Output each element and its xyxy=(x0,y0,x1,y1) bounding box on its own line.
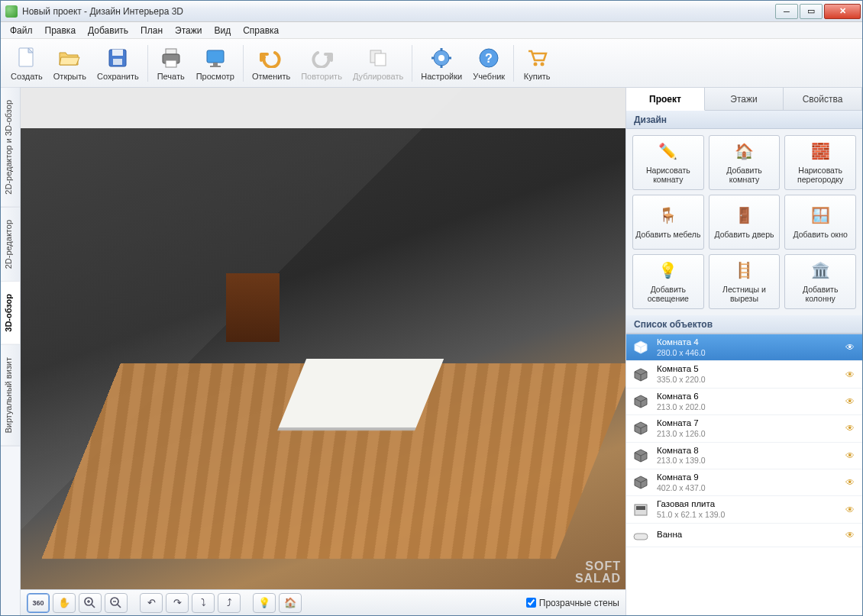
vb-zoom-out[interactable] xyxy=(105,593,128,613)
object-name: Комната 4 xyxy=(657,337,839,348)
rtab-properties[interactable]: Свойства xyxy=(784,88,862,110)
transparent-walls-checkbox[interactable]: Прозрачные стены xyxy=(526,598,619,608)
viewport-column: SOFT SALAD 360 ✋ ↶ ↷ ⤵ ⤴ 💡 🏠 xyxy=(21,88,625,615)
tb-preview[interactable]: Просмотр xyxy=(191,44,240,83)
object-name: Комната 7 xyxy=(657,418,839,429)
vb-rotate-left[interactable]: ↶ xyxy=(140,593,163,613)
object-row[interactable]: Комната 5335.0 x 220.0👁 xyxy=(626,361,862,388)
svg-rect-2 xyxy=(112,50,123,56)
object-row[interactable]: Комната 4280.0 x 446.0👁 xyxy=(626,334,862,361)
tb-buy[interactable]: Купить xyxy=(517,44,557,83)
vb-tilt-down[interactable]: ⤵ xyxy=(192,593,215,613)
help-icon: ? xyxy=(477,46,501,70)
btn-draw-room[interactable]: ✏️Нарисовать комнату xyxy=(632,135,704,190)
printer-icon xyxy=(159,46,183,70)
visibility-eye-icon[interactable]: 👁 xyxy=(845,477,856,488)
vb-home[interactable]: 🏠 xyxy=(279,593,302,613)
vtab-virtual[interactable]: Виртуальный визит xyxy=(1,345,20,447)
menu-floors[interactable]: Этажи xyxy=(169,24,208,37)
rtab-project[interactable]: Проект xyxy=(626,88,705,111)
folder-open-icon xyxy=(57,46,82,70)
menu-add[interactable]: Добавить xyxy=(82,24,134,37)
object-row[interactable]: Ванна👁 xyxy=(626,524,862,547)
btn-add-window[interactable]: 🪟Добавить окно xyxy=(784,195,856,250)
svg-point-13 xyxy=(438,55,444,61)
menu-plan[interactable]: План xyxy=(134,24,169,37)
object-name: Комната 6 xyxy=(657,392,839,402)
tb-print[interactable]: Печать xyxy=(151,44,191,83)
tb-undo[interactable]: Отменить xyxy=(247,44,296,83)
visibility-eye-icon[interactable]: 👁 xyxy=(845,450,856,461)
vtab-2d[interactable]: 2D-редактор xyxy=(1,208,20,282)
menu-help[interactable]: Справка xyxy=(237,24,285,37)
separator xyxy=(412,45,412,82)
transparent-walls-input[interactable] xyxy=(526,598,536,608)
box-icon xyxy=(631,366,651,383)
vtab-3d[interactable]: 3D-обзор xyxy=(1,282,20,345)
new-file-icon xyxy=(15,46,39,70)
object-row[interactable]: Комната 6213.0 x 202.0👁 xyxy=(626,389,862,415)
btn-add-column[interactable]: 🏛️Добавить колонну xyxy=(784,254,856,309)
bed-render xyxy=(279,359,444,427)
tb-settings[interactable]: Настройки xyxy=(415,44,467,83)
btn-add-door[interactable]: 🚪Добавить дверь xyxy=(709,195,781,250)
vb-zoom-in[interactable] xyxy=(79,593,102,613)
btn-add-lighting[interactable]: 💡Добавить освещение xyxy=(632,254,704,309)
toolbar: Создать Открыть Сохранить Печать Просмот… xyxy=(1,39,862,88)
svg-line-23 xyxy=(92,605,95,608)
object-text: Комната 6213.0 x 202.0 xyxy=(657,392,839,411)
menu-file[interactable]: Файл xyxy=(4,24,39,37)
3d-viewport[interactable]: SOFT SALAD xyxy=(21,88,625,589)
object-dimensions: 213.0 x 126.0 xyxy=(657,429,839,439)
vb-lighting[interactable]: 💡 xyxy=(253,593,276,613)
object-row[interactable]: Газовая плита51.0 x 62.1 x 139.0👁 xyxy=(626,496,862,523)
visibility-eye-icon[interactable]: 👁 xyxy=(845,423,856,434)
visibility-eye-icon[interactable]: 👁 xyxy=(845,396,856,407)
design-tools-grid: ✏️Нарисовать комнату 🏠Добавить комнату 🧱… xyxy=(626,129,862,315)
visibility-eye-icon[interactable]: 👁 xyxy=(845,369,856,380)
visibility-eye-icon[interactable]: 👁 xyxy=(845,530,856,540)
object-row[interactable]: Комната 8213.0 x 139.0👁 xyxy=(626,443,862,469)
svg-rect-9 xyxy=(210,66,221,67)
btn-add-furniture[interactable]: 🪑Добавить мебель xyxy=(632,195,704,250)
object-list[interactable]: Комната 4280.0 x 446.0👁Комната 5335.0 x … xyxy=(626,334,862,615)
visibility-eye-icon[interactable]: 👁 xyxy=(845,505,856,515)
undo-icon xyxy=(259,46,283,70)
svg-point-20 xyxy=(534,62,538,66)
vb-tilt-up[interactable]: ⤴ xyxy=(218,593,241,613)
right-panel: Проект Этажи Свойства Дизайн ✏️Нарисоват… xyxy=(625,88,862,615)
menu-view[interactable]: Вид xyxy=(208,24,237,37)
visibility-eye-icon[interactable]: 👁 xyxy=(845,342,856,353)
maximize-button[interactable]: ▭ xyxy=(800,4,823,19)
object-text: Газовая плита51.0 x 62.1 x 139.0 xyxy=(657,499,839,519)
rtab-floors[interactable]: Этажи xyxy=(705,88,784,110)
tb-tutorial[interactable]: ? Учебник xyxy=(467,44,510,83)
stove-icon xyxy=(631,502,651,518)
minimize-button[interactable]: ─ xyxy=(775,4,798,19)
vb-360[interactable]: 360 xyxy=(27,593,50,613)
object-row[interactable]: Комната 9402.0 x 437.0👁 xyxy=(626,469,862,496)
svg-rect-7 xyxy=(207,50,224,63)
object-text: Комната 5335.0 x 220.0 xyxy=(657,364,839,384)
tb-save[interactable]: Сохранить xyxy=(92,44,144,83)
btn-stairs[interactable]: 🪜Лестницы и вырезы xyxy=(709,254,781,309)
add-room-icon: 🏠 xyxy=(733,141,755,163)
vtab-2d3d[interactable]: 2D-редактор и 3D-обзор xyxy=(1,88,20,208)
tb-create[interactable]: Создать xyxy=(5,44,48,83)
btn-draw-partition[interactable]: 🧱Нарисовать перегородку xyxy=(784,135,856,190)
window-title: Новый проект - Дизайн Интерьера 3D xyxy=(22,6,774,17)
btn-add-room[interactable]: 🏠Добавить комнату xyxy=(709,135,781,190)
object-row[interactable]: Комната 7213.0 x 126.0👁 xyxy=(626,415,862,442)
object-name: Комната 5 xyxy=(657,364,839,375)
vb-pan[interactable]: ✋ xyxy=(53,593,76,613)
vb-rotate-right[interactable]: ↷ xyxy=(166,593,189,613)
svg-point-21 xyxy=(541,62,545,66)
menu-edit[interactable]: Правка xyxy=(39,24,82,37)
close-button[interactable]: ✕ xyxy=(824,4,861,19)
object-dimensions: 213.0 x 202.0 xyxy=(657,402,839,412)
tb-open[interactable]: Открыть xyxy=(48,44,92,83)
svg-rect-31 xyxy=(634,534,648,540)
svg-rect-11 xyxy=(375,53,386,66)
partition-icon: 🧱 xyxy=(810,141,831,163)
save-icon xyxy=(105,46,130,70)
